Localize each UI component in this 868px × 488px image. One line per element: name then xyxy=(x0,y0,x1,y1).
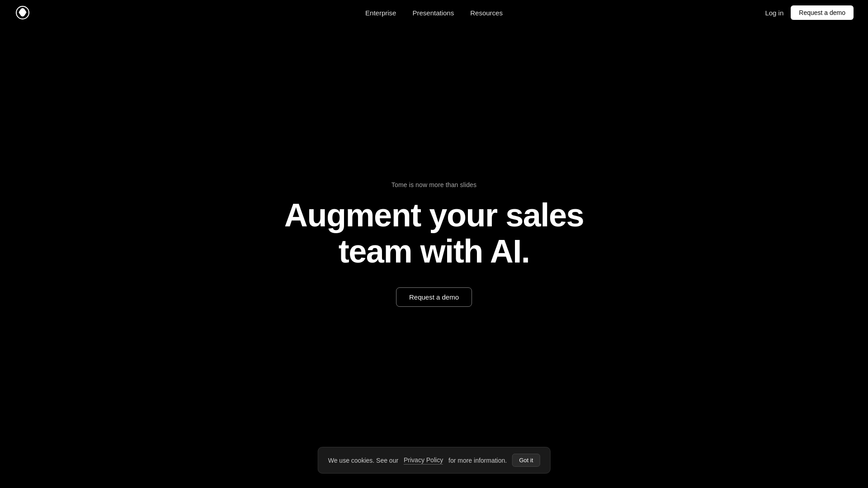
cookie-message: We use cookies. See our Privacy Policy f… xyxy=(328,456,507,465)
privacy-policy-link[interactable]: Privacy Policy xyxy=(404,456,443,465)
cookie-got-it-button[interactable]: Got it xyxy=(512,454,540,467)
nav-enterprise[interactable]: Enterprise xyxy=(365,9,396,17)
hero-request-demo-button[interactable]: Request a demo xyxy=(396,287,472,307)
hero-section: Tome is now more than slides Augment you… xyxy=(0,0,868,488)
hero-title: Augment your sales team with AI. xyxy=(284,197,584,269)
tome-logo-icon xyxy=(14,5,31,21)
hero-title-line1: Augment your sales xyxy=(284,197,584,233)
nav-resources[interactable]: Resources xyxy=(470,9,503,17)
login-button[interactable]: Log in xyxy=(765,9,783,17)
cookie-banner: We use cookies. See our Privacy Policy f… xyxy=(318,447,551,474)
hero-subtitle: Tome is now more than slides xyxy=(392,181,476,188)
nav-links: Enterprise Presentations Resources xyxy=(365,9,503,17)
cookie-message-before: We use cookies. See our xyxy=(328,457,398,464)
nav-right-actions: Log in Request a demo xyxy=(765,5,854,20)
cookie-message-after: for more information. xyxy=(448,457,507,464)
nav-request-demo-button[interactable]: Request a demo xyxy=(791,5,854,20)
navbar: Enterprise Presentations Resources Log i… xyxy=(0,0,868,25)
logo[interactable] xyxy=(14,5,31,21)
nav-presentations[interactable]: Presentations xyxy=(412,9,454,17)
hero-title-line2: team with AI. xyxy=(339,233,530,269)
